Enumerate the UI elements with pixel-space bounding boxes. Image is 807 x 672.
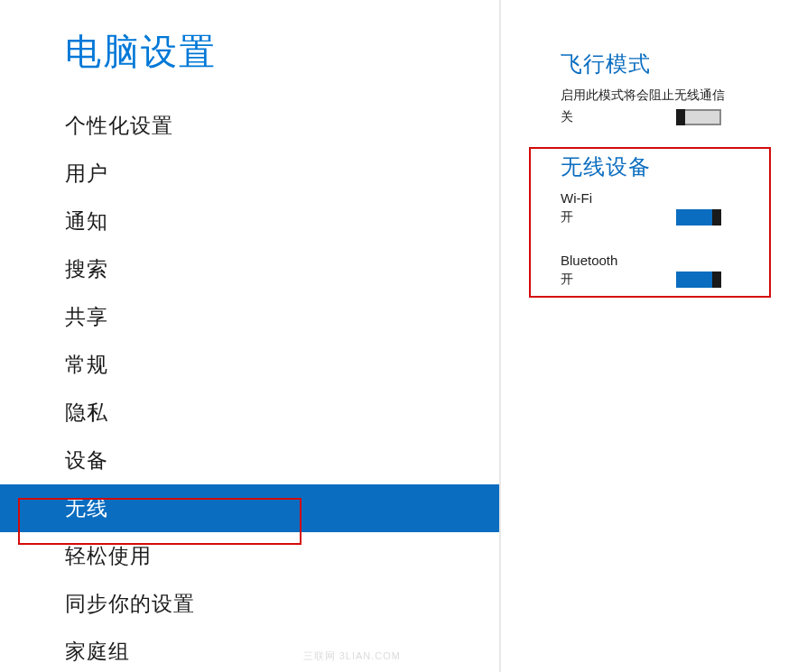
- device-state: 开: [561, 209, 573, 226]
- wireless-device-bluetooth: Bluetooth开: [561, 253, 780, 288]
- wireless-device-wi-fi: Wi-Fi开: [561, 190, 780, 226]
- sidebar-item-3[interactable]: 搜索: [0, 245, 499, 293]
- toggle-knob: [676, 109, 685, 125]
- sidebar-item-8[interactable]: 无线: [0, 484, 499, 532]
- device-label: Wi-Fi: [561, 190, 780, 206]
- sidebar-nav-list: 个性化设置用户通知搜索共享常规隐私设备无线轻松使用同步你的设置家庭组: [0, 102, 499, 672]
- wireless-devices-title: 无线设备: [561, 152, 780, 181]
- watermark-text: 三联网 3LIAN.COM: [303, 649, 401, 663]
- sidebar-item-11[interactable]: 家庭组: [0, 628, 499, 672]
- sidebar-item-1[interactable]: 用户: [0, 150, 499, 198]
- sidebar-item-0[interactable]: 个性化设置: [0, 102, 499, 150]
- device-toggle-wi-fi[interactable]: [676, 209, 721, 226]
- toggle-knob: [712, 209, 721, 226]
- device-toggle-bluetooth[interactable]: [676, 272, 721, 288]
- sidebar-item-6[interactable]: 隐私: [0, 389, 499, 437]
- airplane-mode-state: 关: [561, 109, 573, 125]
- airplane-mode-section: 飞行模式 启用此模式将会阻止无线通信 关: [561, 50, 780, 125]
- sidebar-item-2[interactable]: 通知: [0, 198, 499, 245]
- airplane-mode-toggle-row: 关: [561, 109, 721, 125]
- airplane-mode-title: 飞行模式: [561, 50, 780, 78]
- sidebar-item-10[interactable]: 同步你的设置: [0, 580, 499, 628]
- sidebar-item-9[interactable]: 轻松使用: [0, 532, 499, 580]
- device-toggle-row: 开: [561, 209, 721, 226]
- toggle-knob: [712, 272, 721, 288]
- device-label: Bluetooth: [561, 253, 780, 268]
- settings-sidebar: 电脑设置 个性化设置用户通知搜索共享常规隐私设备无线轻松使用同步你的设置家庭组: [0, 0, 499, 672]
- airplane-mode-toggle[interactable]: [676, 109, 721, 125]
- device-state: 开: [561, 272, 573, 288]
- settings-content: 飞行模式 启用此模式将会阻止无线通信 关 无线设备 Wi-Fi开Bluetoot…: [499, 0, 807, 672]
- page-title: 电脑设置: [0, 27, 499, 77]
- device-toggle-row: 开: [561, 272, 721, 288]
- wireless-devices-section: 无线设备 Wi-Fi开Bluetooth开: [561, 152, 780, 288]
- sidebar-item-5[interactable]: 常规: [0, 341, 499, 389]
- sidebar-item-4[interactable]: 共享: [0, 293, 499, 341]
- airplane-mode-desc: 启用此模式将会阻止无线通信: [561, 87, 780, 104]
- sidebar-item-7[interactable]: 设备: [0, 437, 499, 484]
